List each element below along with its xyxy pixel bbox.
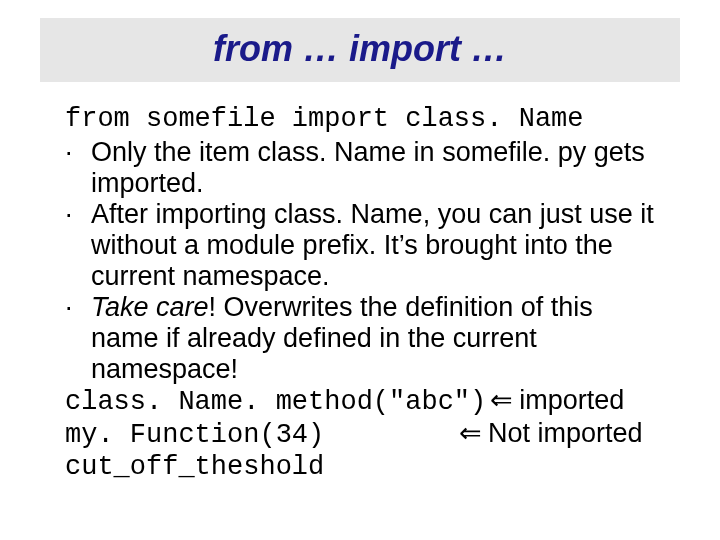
slide-title: from … import … — [213, 28, 507, 69]
example-code: class. Name. method("abc") — [65, 387, 486, 418]
bullet-text: Only the item class. Name in somefile. p… — [91, 137, 665, 199]
example-label: Not imported — [488, 418, 643, 449]
bullet-item: · Only the item class. Name in somefile.… — [65, 137, 665, 199]
bullet-text: After importing class. Name, you can jus… — [91, 199, 665, 292]
bullet-dot-icon: · — [65, 137, 91, 199]
title-bar: from … import … — [40, 18, 680, 82]
bullet-dot-icon: · — [65, 199, 91, 292]
code-fragment: class. Name — [258, 137, 407, 167]
slide: from … import … from somefile import cla… — [0, 18, 720, 540]
bullet-text: Take care! Overwrites the definition of … — [91, 292, 665, 385]
example-code: cut_off_theshold — [65, 452, 324, 483]
arrow-left-icon: ⇐ — [455, 418, 488, 449]
example-row: class. Name. method("abc") ⇐ imported — [65, 385, 665, 418]
bullet-item: · Take care! Overwrites the definition o… — [65, 292, 665, 385]
import-statement: from somefile import class. Name — [65, 104, 665, 135]
code-fragment: somefile. py — [442, 137, 586, 167]
bullet-dot-icon: · — [65, 292, 91, 385]
bullet-item: · After importing class. Name, you can j… — [65, 199, 665, 292]
slide-body: from somefile import class. Name · Only … — [65, 104, 665, 483]
example-label: imported — [519, 385, 624, 416]
text-fragment: After importing — [91, 199, 274, 229]
text-fragment: in — [406, 137, 442, 167]
example-row: cut_off_theshold — [65, 452, 665, 483]
emphasis-fragment: Take care — [91, 292, 209, 322]
example-row: my. Function(34) ⇐ Not imported — [65, 418, 665, 451]
arrow-left-icon: ⇐ — [486, 385, 519, 416]
code-fragment: class. Name — [274, 199, 423, 229]
example-code: my. Function(34) — [65, 420, 335, 451]
text-fragment: Only the item — [91, 137, 258, 167]
